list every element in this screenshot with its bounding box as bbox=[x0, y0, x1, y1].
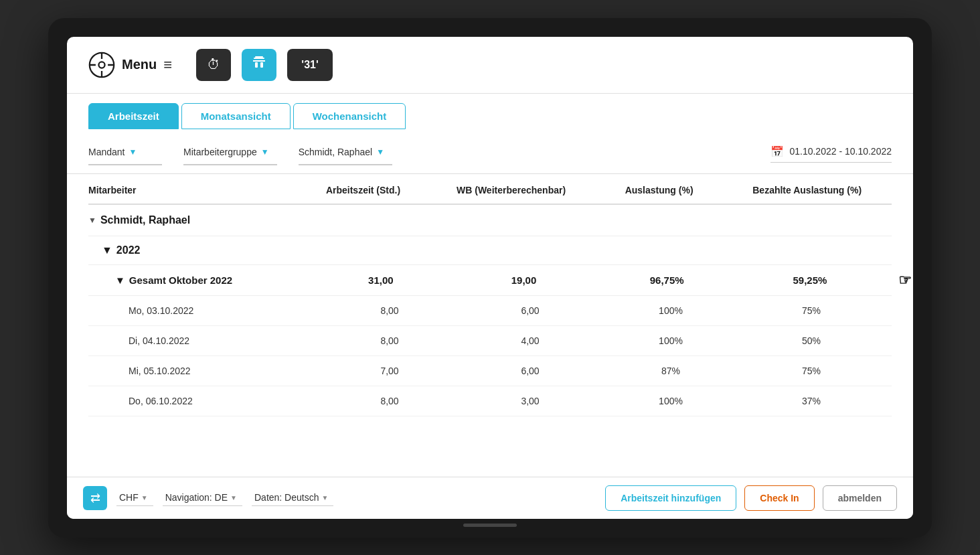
navigation-select[interactable]: Navigation: DE ▼ bbox=[163, 489, 242, 506]
cursor-icon: ☞ bbox=[898, 272, 912, 289]
col-arbeitszeit: Arbeitszeit (Std.) bbox=[300, 185, 426, 195]
table-header: Mitarbeiter Arbeitszeit (Std.) WB (Weite… bbox=[88, 174, 892, 205]
row-arbeitszeit-0: 8,00 bbox=[329, 305, 450, 316]
timer-button[interactable]: ⏱ bbox=[196, 49, 231, 81]
month-total-label: Gesamt Oktober 2022 bbox=[129, 274, 232, 286]
tab-wochenansicht[interactable]: Wochenansicht bbox=[293, 103, 406, 129]
employee-chevron-icon: ▼ bbox=[88, 216, 96, 225]
row-bezahlt-2: 75% bbox=[731, 366, 892, 376]
mitarbeitergruppe-label: Mitarbeitergruppe bbox=[183, 147, 257, 157]
row-date-2: Mi, 05.10.2022 bbox=[129, 366, 329, 376]
person-filter[interactable]: Schmidt, Raphael ▼ bbox=[299, 143, 392, 165]
mandant-label: Mandant bbox=[88, 147, 125, 157]
col-auslastung: Auslastung (%) bbox=[596, 185, 722, 195]
row-auslastung-3: 100% bbox=[610, 396, 731, 406]
person-button[interactable] bbox=[242, 49, 276, 81]
table-row: Do, 06.10.2022 8,00 3,00 100% 37% bbox=[88, 386, 892, 416]
tab-arbeitszeit[interactable]: Arbeitszeit bbox=[88, 103, 179, 129]
row-wb-3: 3,00 bbox=[450, 396, 610, 406]
svg-rect-6 bbox=[255, 56, 263, 58]
row-auslastung-1: 100% bbox=[610, 335, 731, 346]
table-area: Mitarbeiter Arbeitszeit (Std.) WB (Weite… bbox=[67, 174, 913, 477]
row-bezahlt-3: 37% bbox=[731, 396, 892, 406]
calendar-icon: 📅 bbox=[770, 145, 784, 158]
abmelden-button[interactable]: abmelden bbox=[823, 485, 897, 511]
month-chevron-icon: ▼ bbox=[115, 274, 125, 286]
svg-rect-7 bbox=[254, 58, 264, 59]
num-button[interactable]: '31' bbox=[287, 49, 333, 81]
footer-buttons: Arbeitszeit hinzufügen Check In abmelden bbox=[605, 485, 897, 511]
employee-section-row[interactable]: ▼ Schmidt, Raphael bbox=[88, 205, 892, 236]
month-total-bezahlt: 59,25% ☞ bbox=[728, 274, 892, 286]
row-arbeitszeit-2: 7,00 bbox=[329, 366, 450, 376]
filters-row: Mandant ▼ Mitarbeitergruppe ▼ Schmidt, R… bbox=[67, 129, 913, 174]
person-icon bbox=[251, 55, 267, 74]
logo-area: Menu ≡ bbox=[88, 52, 180, 78]
tab-monatsansicht[interactable]: Monatsansicht bbox=[181, 103, 291, 129]
date-range-filter[interactable]: 📅 01.10.2022 - 10.10.2022 bbox=[770, 145, 892, 163]
table-row: Di, 04.10.2022 8,00 4,00 100% 50% bbox=[88, 326, 892, 356]
date-range-value: 01.10.2022 - 10.10.2022 bbox=[789, 146, 892, 157]
footer-nav-icon-button[interactable]: ⇄ bbox=[83, 486, 107, 510]
row-bezahlt-0: 75% bbox=[731, 305, 892, 316]
svg-rect-9 bbox=[260, 62, 263, 68]
daten-value: Daten: Deutsch bbox=[254, 492, 319, 503]
table-row: Mi, 05.10.2022 7,00 6,00 87% 75% bbox=[88, 356, 892, 386]
col-mitarbeiter: Mitarbeiter bbox=[88, 185, 300, 195]
svg-rect-8 bbox=[255, 62, 258, 68]
person-label: Schmidt, Raphael bbox=[299, 147, 373, 157]
menu-label: Menu bbox=[122, 57, 157, 72]
month-total-row[interactable]: ▼ Gesamt Oktober 2022 31,00 19,00 96,75%… bbox=[88, 265, 892, 296]
navigation-arrow-icon: ▼ bbox=[230, 494, 237, 501]
tabs-row: Arbeitszeit Monatsansicht Wochenansicht bbox=[67, 94, 913, 129]
year-row[interactable]: ▼ 2022 bbox=[88, 236, 892, 265]
num-label: '31' bbox=[301, 59, 318, 71]
currency-value: CHF bbox=[119, 492, 139, 503]
row-date-3: Do, 06.10.2022 bbox=[129, 396, 329, 406]
currency-select[interactable]: CHF ▼ bbox=[116, 489, 153, 506]
hamburger-icon[interactable]: ≡ bbox=[163, 56, 172, 74]
col-wb: WB (Weiterberechenbar) bbox=[426, 185, 596, 195]
footer: ⇄ CHF ▼ Navigation: DE ▼ Daten: Deutsch … bbox=[67, 477, 913, 519]
navigation-value: Navigation: DE bbox=[165, 492, 228, 503]
checkin-button[interactable]: Check In bbox=[744, 485, 814, 511]
col-bezahlt: Bezahlte Auslastung (%) bbox=[722, 185, 892, 195]
timer-icon: ⏱ bbox=[207, 57, 220, 72]
row-wb-2: 6,00 bbox=[450, 366, 610, 376]
table-row: Mo, 03.10.2022 8,00 6,00 100% 75% bbox=[88, 296, 892, 326]
row-bezahlt-1: 50% bbox=[731, 335, 892, 346]
year-chevron-icon: ▼ bbox=[102, 244, 112, 256]
row-auslastung-2: 87% bbox=[610, 366, 731, 376]
row-arbeitszeit-1: 8,00 bbox=[329, 335, 450, 346]
row-date-0: Mo, 03.10.2022 bbox=[129, 305, 329, 316]
month-total-arbeitszeit: 31,00 bbox=[319, 274, 442, 286]
row-wb-0: 6,00 bbox=[450, 305, 610, 316]
mandant-arrow-icon: ▼ bbox=[129, 147, 137, 157]
currency-arrow-icon: ▼ bbox=[141, 494, 148, 501]
logo-icon bbox=[88, 52, 115, 78]
arrow-icon: ⇄ bbox=[90, 491, 100, 505]
daten-arrow-icon: ▼ bbox=[321, 494, 328, 501]
row-arbeitszeit-3: 8,00 bbox=[329, 396, 450, 406]
mitarbeitergruppe-filter[interactable]: Mitarbeitergruppe ▼ bbox=[183, 143, 277, 165]
daten-select[interactable]: Daten: Deutsch ▼ bbox=[252, 489, 333, 506]
employee-name: Schmidt, Raphael bbox=[100, 214, 190, 226]
row-wb-1: 4,00 bbox=[450, 335, 610, 346]
year-value: 2022 bbox=[116, 244, 141, 256]
month-total-auslastung: 96,75% bbox=[606, 274, 728, 286]
mitarbeitergruppe-arrow-icon: ▼ bbox=[261, 147, 269, 157]
row-auslastung-0: 100% bbox=[610, 305, 731, 316]
mandant-filter[interactable]: Mandant ▼ bbox=[88, 143, 162, 165]
row-date-1: Di, 04.10.2022 bbox=[129, 335, 329, 346]
svg-point-1 bbox=[98, 62, 104, 68]
month-total-wb: 19,00 bbox=[442, 274, 605, 286]
add-arbeitszeit-button[interactable]: Arbeitszeit hinzufügen bbox=[605, 485, 736, 511]
footer-left: ⇄ CHF ▼ Navigation: DE ▼ Daten: Deutsch … bbox=[83, 486, 333, 510]
person-arrow-icon: ▼ bbox=[376, 147, 384, 157]
